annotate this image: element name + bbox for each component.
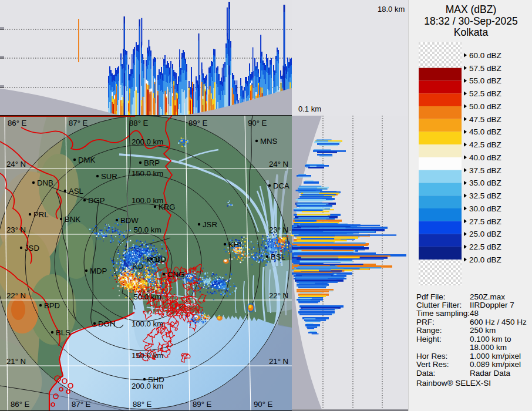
svg-text:200.0 km: 200.0 km: [132, 137, 163, 146]
svg-text:PRL: PRL: [33, 210, 49, 219]
svg-text:0.1 km: 0.1 km: [298, 105, 321, 113]
svg-text:42.5 dBZ: 42.5 dBZ: [469, 140, 501, 149]
svg-text:88° E: 88° E: [133, 400, 152, 409]
svg-text:Height:: Height:: [416, 335, 442, 343]
svg-text:24° N: 24° N: [269, 160, 288, 169]
svg-text:22.5 dBZ: 22.5 dBZ: [469, 242, 501, 251]
svg-text:Rainbow® SELEX-SI: Rainbow® SELEX-SI: [416, 379, 491, 388]
svg-text:90° E: 90° E: [254, 400, 273, 409]
svg-text:32.5 dBZ: 32.5 dBZ: [469, 191, 501, 200]
svg-text:45.0 dBZ: 45.0 dBZ: [469, 127, 501, 136]
svg-text:DGH: DGH: [98, 319, 115, 328]
svg-text:55.0 dBZ: 55.0 dBZ: [469, 76, 501, 85]
svg-text:Radar Data: Radar Data: [470, 369, 511, 378]
svg-text:23° N: 23° N: [269, 225, 288, 234]
svg-text:150.0 km: 150.0 km: [132, 351, 163, 360]
svg-text:40.0 dBZ: 40.0 dBZ: [469, 153, 501, 162]
svg-text:50.0 dBZ: 50.0 dBZ: [469, 102, 501, 111]
svg-text:200.0 km: 200.0 km: [132, 382, 163, 390]
svg-text:23° N: 23° N: [6, 225, 26, 234]
svg-text:18.0 km: 18.0 km: [378, 5, 405, 14]
svg-text:37.5 dBZ: 37.5 dBZ: [469, 166, 501, 175]
svg-text:24° N: 24° N: [6, 160, 26, 169]
svg-text:50.0 km: 50.0 km: [134, 292, 161, 301]
svg-text:JSR: JSR: [203, 220, 217, 229]
svg-text:25.0 dBZ: 25.0 dBZ: [469, 230, 501, 238]
svg-text:SUR: SUR: [101, 172, 117, 181]
svg-text:Hor Res:: Hor Res:: [416, 352, 447, 361]
svg-text:KD: KD: [133, 262, 143, 271]
svg-text:0.100 km to: 0.100 km to: [470, 335, 511, 343]
svg-text:88° E: 88° E: [129, 119, 149, 127]
svg-text:Clutter Filter:: Clutter Filter:: [416, 301, 462, 309]
svg-text:KHL: KHL: [228, 240, 244, 249]
svg-text:20.0 dBZ: 20.0 dBZ: [469, 255, 501, 264]
svg-text:BLS: BLS: [56, 328, 70, 337]
svg-text:22° N: 22° N: [6, 291, 26, 300]
svg-text:PRF:: PRF:: [416, 318, 435, 326]
svg-text:50.0 km: 50.0 km: [134, 225, 161, 234]
svg-text:52.5 dBZ: 52.5 dBZ: [469, 89, 501, 98]
svg-text:89° E: 89° E: [188, 119, 208, 127]
svg-text:Time sampling:48: Time sampling:48: [416, 309, 479, 318]
svg-text:600 Hz / 450 Hz: 600 Hz / 450 Hz: [470, 318, 527, 326]
svg-text:MDP: MDP: [90, 267, 107, 275]
svg-text:250 km: 250 km: [470, 326, 496, 335]
svg-text:89° E: 89° E: [193, 400, 212, 409]
svg-text:MAX (dBZ): MAX (dBZ): [446, 4, 497, 15]
svg-text:Range:: Range:: [416, 326, 442, 335]
svg-text:86° E: 86° E: [11, 400, 30, 409]
svg-text:CNG: CNG: [167, 270, 184, 279]
svg-text:DGP: DGP: [88, 196, 105, 205]
svg-text:27.5 dBZ: 27.5 dBZ: [469, 217, 501, 226]
svg-text:Kolkata: Kolkata: [454, 26, 489, 38]
svg-text:21° N: 21° N: [6, 357, 26, 366]
svg-text:30.0 dBZ: 30.0 dBZ: [469, 204, 501, 213]
svg-text:JSD: JSD: [25, 244, 39, 252]
svg-text:Data:: Data:: [416, 369, 435, 378]
svg-text:BDW: BDW: [120, 216, 139, 225]
svg-text:DCA: DCA: [273, 181, 289, 190]
svg-text:250Z.max: 250Z.max: [470, 292, 505, 301]
svg-text:22° N: 22° N: [269, 291, 288, 300]
svg-text:BNK: BNK: [65, 215, 80, 224]
svg-text:21° N: 21° N: [269, 357, 288, 366]
svg-text:100.0 km: 100.0 km: [132, 196, 163, 205]
svg-text:Pdf File:: Pdf File:: [416, 292, 446, 301]
svg-text:BRP: BRP: [144, 159, 160, 167]
svg-text:BSL: BSL: [271, 252, 285, 261]
svg-text:ASL: ASL: [69, 187, 83, 196]
svg-text:90° E: 90° E: [248, 119, 267, 127]
svg-text:57.5 dBZ: 57.5 dBZ: [469, 64, 501, 73]
svg-text:87° E: 87° E: [72, 400, 91, 409]
svg-text:Vert Res:: Vert Res:: [416, 360, 449, 369]
svg-text:1.000 km/pixel: 1.000 km/pixel: [470, 352, 521, 361]
svg-text:DNB: DNB: [37, 178, 53, 187]
svg-text:BPD: BPD: [44, 301, 60, 310]
svg-text:87° E: 87° E: [69, 119, 88, 127]
svg-text:MNS: MNS: [260, 137, 278, 146]
svg-text:IIRDoppler 7: IIRDoppler 7: [470, 301, 514, 309]
svg-text:47.5 dBZ: 47.5 dBZ: [469, 115, 501, 124]
svg-text:0.089 km/pixel: 0.089 km/pixel: [470, 360, 521, 369]
svg-text:86° E: 86° E: [8, 119, 27, 127]
svg-text:18:32 / 30-Sep-2025: 18:32 / 30-Sep-2025: [424, 15, 518, 27]
svg-text:DMK: DMK: [78, 156, 96, 164]
svg-text:KOL: KOL: [146, 255, 161, 264]
svg-text:150.0 km: 150.0 km: [132, 169, 163, 178]
svg-text:35.0 dBZ: 35.0 dBZ: [469, 178, 501, 187]
svg-text:60.0 dBZ: 60.0 dBZ: [469, 51, 501, 60]
svg-text:100.0 km: 100.0 km: [132, 319, 163, 328]
svg-text:18.000 km: 18.000 km: [470, 343, 507, 352]
